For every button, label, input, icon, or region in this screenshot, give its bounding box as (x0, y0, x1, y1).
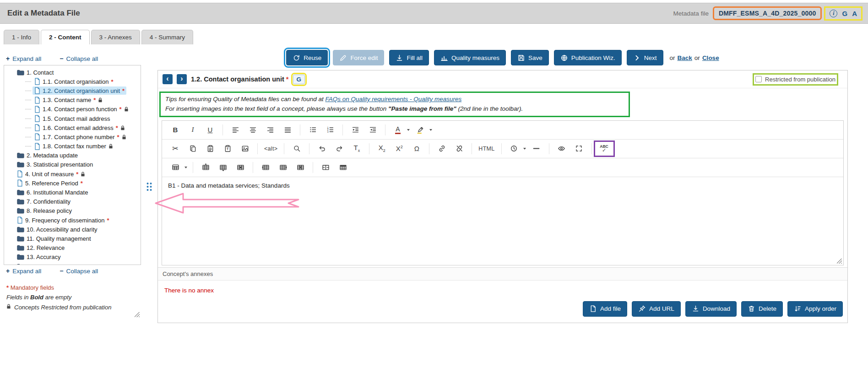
paste-image-button[interactable] (237, 143, 253, 154)
quality-measures-button[interactable]: Quality measures (434, 50, 506, 65)
tab-summary[interactable]: 4 - Summary (141, 30, 193, 44)
table-button[interactable] (168, 162, 183, 173)
editor-resize-handle[interactable] (837, 259, 842, 264)
html-source-button[interactable]: HTML (477, 143, 496, 154)
align-right-button[interactable] (262, 124, 278, 135)
table-properties-button[interactable] (335, 162, 351, 173)
restricted-checkbox[interactable] (755, 76, 762, 82)
tree-item-1-5-contact-mail-address[interactable]: 1.5. Contact mail address (5, 114, 140, 123)
next-button[interactable]: Next (627, 50, 663, 65)
underline-button[interactable]: U (202, 124, 218, 135)
italic-button[interactable]: I (185, 124, 201, 135)
insert-col-right-button[interactable] (275, 162, 291, 173)
reuse-button[interactable]: Reuse (286, 50, 328, 65)
horizontal-line-button[interactable] (529, 143, 544, 154)
highlight-button[interactable] (412, 124, 428, 135)
tree-item-4-unit-of-measure[interactable]: 4. Unit of measure* (5, 169, 140, 178)
alt-text-button[interactable]: <alt> (262, 143, 279, 154)
remove-format-button[interactable]: Tx (349, 143, 364, 154)
tab-info[interactable]: 1 - Info (4, 30, 39, 44)
tree-item-5-reference-period[interactable]: 5. Reference Period* (5, 178, 140, 188)
tree-item-1-2-contact-organisation-unit[interactable]: 1.2. Contact organisation unit* (5, 86, 140, 95)
subscript-button[interactable]: X2 (374, 143, 390, 154)
paste-button[interactable] (202, 143, 218, 154)
accessibility-icon[interactable]: A (852, 10, 857, 17)
find-button[interactable] (289, 143, 304, 154)
tree-item-1-8-contact-fax-number[interactable]: 1.8. Contact fax number (5, 142, 140, 151)
glossary-button[interactable]: G (293, 75, 305, 84)
panel-splitter[interactable] (141, 47, 157, 323)
tree-item-1-6-contact-email-address[interactable]: 1.6. Contact email address* (5, 123, 140, 132)
insert-row-below-button[interactable] (215, 162, 231, 173)
delete-row-button[interactable] (233, 162, 248, 173)
tree-item-1-4-contact-person-function[interactable]: 1.4. Contact person function* (5, 105, 140, 114)
history-button[interactable] (506, 143, 522, 154)
tree-item-1-contact[interactable]: 1. Contact (5, 68, 140, 77)
main-panel: ReuseForce editFill allQuality measuresS… (157, 47, 848, 323)
expand-all-link[interactable]: + Expand all (6, 55, 41, 62)
copy-button[interactable] (185, 143, 201, 154)
indent-button[interactable] (365, 124, 380, 135)
save-button[interactable]: Save (511, 50, 549, 65)
undo-button[interactable] (314, 143, 330, 154)
faq-link[interactable]: FAQs on Quality requirements - Quality m… (326, 96, 462, 103)
bullet-list-button[interactable] (305, 124, 320, 135)
tree-item-9-frequency-of-dissemination[interactable]: 9. Frequency of dissemination* (5, 216, 140, 225)
delete-button[interactable]: Delete (741, 301, 783, 317)
force-edit-button[interactable]: Force edit (333, 50, 384, 65)
next-concept-button[interactable]: › (177, 74, 187, 84)
glossary-icon[interactable]: G (842, 10, 847, 17)
align-left-button[interactable] (228, 124, 243, 135)
paste-text-button[interactable]: T (220, 143, 235, 154)
expand-all-link-bottom[interactable]: + Expand all (6, 268, 41, 275)
collapse-all-link-bottom[interactable]: − Collapse all (60, 268, 98, 275)
tree-item-6-institutional-mandate[interactable]: 6. Institutional Mandate (5, 188, 140, 197)
info-icon[interactable]: i (830, 10, 837, 17)
close-link[interactable]: Close (702, 54, 719, 61)
tab-content[interactable]: 2 - Content (41, 30, 90, 44)
tree-item-7-confidentiality[interactable]: 7. Confidentiality (5, 197, 140, 206)
prev-concept-button[interactable]: ‹ (163, 74, 173, 84)
add-file-button[interactable]: Add file (583, 301, 627, 317)
unlink-button[interactable] (451, 143, 467, 154)
redo-button[interactable] (331, 143, 347, 154)
align-justify-button[interactable] (280, 124, 295, 135)
tree-item-13-accuracy[interactable]: 13. Accuracy (5, 253, 140, 262)
tree-item-12-relevance[interactable]: 12. Relevance (5, 243, 140, 253)
publication-wiz-button[interactable]: Publication Wiz. (554, 50, 622, 65)
bold-button[interactable]: B (168, 124, 183, 135)
tree-item-11-quality-management[interactable]: 11. Quality management (5, 234, 140, 243)
sidebar-resize-handle[interactable] (135, 312, 140, 317)
cut-button[interactable]: ✂ (168, 143, 183, 154)
preview-button[interactable] (554, 143, 570, 154)
tab-annexes[interactable]: 3 - Annexes (91, 30, 140, 44)
tree-item-8-release-policy[interactable]: 8. Release policy (5, 206, 140, 216)
download-button[interactable]: Download (685, 301, 737, 317)
special-char-button[interactable]: Ω (409, 143, 424, 154)
tree-item-14-timeliness-and-punctuality[interactable]: 14. Timeliness and punctuality (5, 262, 140, 265)
font-color-button[interactable]: A (390, 124, 406, 135)
align-center-button[interactable] (245, 124, 260, 135)
tree-item-1-3-contact-name[interactable]: 1.3. Contact name* (5, 96, 140, 105)
insert-row-above-button[interactable] (198, 162, 213, 173)
spellcheck-button[interactable]: ABC✓ (597, 143, 612, 154)
superscript-button[interactable]: X2 (391, 143, 407, 154)
tree-item-1-1-contact-organisation[interactable]: 1.1. Contact organisation* (5, 77, 140, 86)
editor-content[interactable]: B1 - Data and metadata services; Standar… (162, 177, 843, 265)
back-link[interactable]: Back (678, 54, 692, 61)
tree-item-10-accessibility-and-clarity[interactable]: 10. Accessibility and clarity (5, 225, 140, 234)
link-button[interactable] (434, 143, 450, 154)
tree-item-3-statistical-presentation[interactable]: 3. Statistical presentation (5, 160, 140, 169)
delete-col-button[interactable] (293, 162, 308, 173)
tree-item-2-metadata-update[interactable]: 2. Metadata update (5, 151, 140, 160)
apply-order-button[interactable]: Apply order (787, 301, 843, 317)
insert-col-left-button[interactable] (258, 162, 273, 173)
maximize-button[interactable] (571, 143, 587, 154)
add-url-button[interactable]: Add URL (632, 301, 681, 317)
outdent-button[interactable] (347, 124, 363, 135)
fill-all-button[interactable]: Fill all (389, 50, 429, 65)
numbered-list-button[interactable]: 123 (322, 124, 338, 135)
tree-item-1-7-contact-phone-number[interactable]: 1.7. Contact phone number* (5, 132, 140, 141)
merge-cells-button[interactable] (318, 162, 333, 173)
collapse-all-link[interactable]: − Collapse all (60, 55, 98, 62)
